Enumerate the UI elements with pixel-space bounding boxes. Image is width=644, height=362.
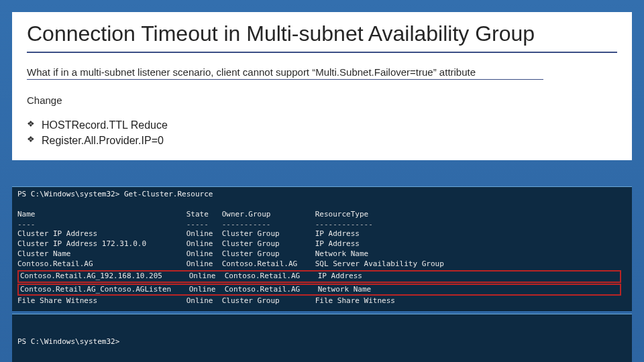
table-header: Name State Owner.Group ResourceType <box>17 210 627 220</box>
bullet-item: Register.All.Provider.IP=0 <box>27 133 617 148</box>
table-row-highlight: Contoso.Retail.AG_Contoso.AGListen Onlin… <box>17 284 621 296</box>
slide: Connection Timeout in Multi-subnet Avail… <box>0 0 644 362</box>
table-row: File Share Witness Online Cluster Group … <box>17 296 627 306</box>
change-label: Change <box>27 95 617 106</box>
ps-prompt: PS C:\Windows\system32> Get-Cluster.Reso… <box>17 190 627 200</box>
table-row: Cluster IP Address Online Cluster Group … <box>17 229 627 239</box>
slide-title: Connection Timeout in Multi-subnet Avail… <box>27 21 617 46</box>
terminal-area: PS C:\Windows\system32> Get-Cluster.Reso… <box>12 186 632 362</box>
bullet-item: HOSTRecord.TTL Reduce <box>27 118 617 133</box>
table-row: Cluster IP Address 172.31.0.0 Online Clu… <box>17 239 627 249</box>
table-row: Cluster Name Online Cluster Group Networ… <box>17 249 627 259</box>
intro-underline <box>27 79 543 80</box>
terminal-block-2: PS C:\Windows\system32> Get-Cluster.Reso… <box>12 314 632 362</box>
blank-row <box>17 200 627 210</box>
terminal-block-1: PS C:\Windows\system32> Get-Cluster.Reso… <box>12 186 632 311</box>
intro-text: What if in a multi-subnet listener scena… <box>27 66 617 78</box>
table-row-highlight: Contoso.Retail.AG_192.168.10.205 Online … <box>17 270 621 283</box>
content-card: Connection Timeout in Multi-subnet Avail… <box>12 12 632 160</box>
bullet-list: HOSTRecord.TTL Reduce Register.All.Provi… <box>27 118 617 148</box>
table-row: Contoso.Retail.AG Online Contoso.Retail.… <box>17 259 627 269</box>
title-underline <box>27 52 617 53</box>
table-sep: ---- ----- ----------- ------------- <box>17 220 627 230</box>
ps-prompt: PS C:\Windows\system32> <box>17 337 627 347</box>
